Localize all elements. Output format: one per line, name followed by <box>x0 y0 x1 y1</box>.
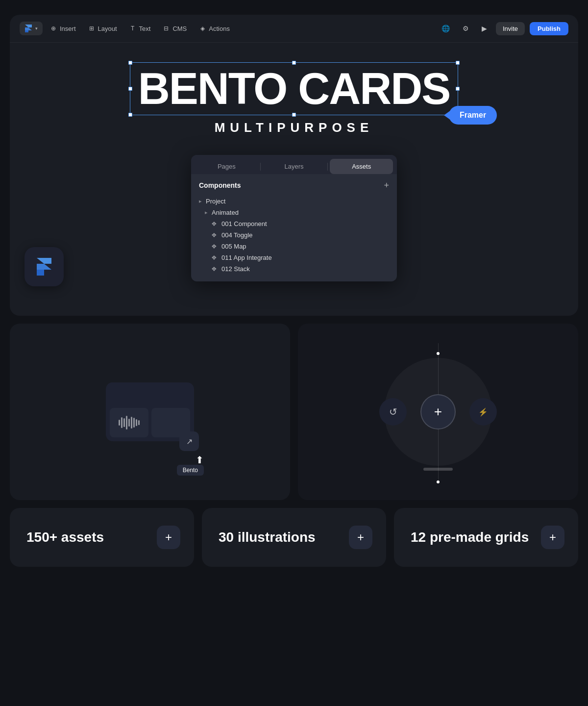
share-icon: ↗ <box>186 437 193 446</box>
tree-arrow-project: ▸ <box>199 198 202 204</box>
minus-bar <box>423 468 453 471</box>
wave-7 <box>133 418 135 428</box>
tree-item-004[interactable]: ❖ 004 Toggle <box>211 229 389 241</box>
stat-card-grids: 12 pre-made grids + <box>394 508 578 567</box>
canvas-area: BENTO CARDS Framer MULTIPURPOSE Pages La… <box>10 43 578 301</box>
illustrations-add-button[interactable]: + <box>349 526 372 549</box>
insert-button[interactable]: ⊕ Insert <box>45 22 81 35</box>
play-button[interactable]: ▶ <box>478 22 491 35</box>
stat-card-assets: 150+ assets + <box>10 508 194 567</box>
multipurpose-text: MULTIPURPOSE <box>215 120 374 135</box>
framer-icon-card <box>24 247 64 286</box>
globe-button[interactable]: 🌐 <box>438 22 454 35</box>
text-icon: T <box>129 25 137 32</box>
plus-center-icon: + <box>434 404 442 420</box>
audio-waves <box>119 415 140 430</box>
layout-button[interactable]: ⊞ Layout <box>83 22 122 35</box>
tree-item-012[interactable]: ❖ 012 Stack <box>211 263 389 275</box>
animated-label: Animated <box>212 209 239 216</box>
main-editor-card: ▾ ⊕ Insert ⊞ Layout T Text ⊟ CMS ◈ Actio… <box>10 15 578 316</box>
tab-pages[interactable]: Pages <box>195 159 258 174</box>
toolbar-right: 🌐 ⚙ ▶ Invite Publish <box>438 22 568 35</box>
handle-tr <box>456 61 460 65</box>
cms-button[interactable]: ⊟ CMS <box>157 22 192 35</box>
framer-icon-inner <box>32 254 56 279</box>
framer-badge: Framer <box>449 106 497 125</box>
panel-section-header: Components + <box>199 181 389 190</box>
framer-small-icon: ⚡ <box>478 407 488 417</box>
wave-1 <box>119 420 120 426</box>
handle-bl <box>128 113 132 117</box>
grids-add-button[interactable]: + <box>541 526 564 549</box>
handle-lm <box>128 87 132 91</box>
text-label: Text <box>139 25 151 32</box>
components-add-button[interactable]: + <box>384 181 389 190</box>
component-icon-011: ❖ <box>211 254 218 261</box>
folder-file-audio <box>110 408 148 437</box>
dot-top <box>437 352 440 355</box>
bottom-row: 150+ assets + 30 illustrations + 12 pre-… <box>10 508 578 567</box>
wave-5 <box>128 419 130 427</box>
layout-icon: ⊞ <box>88 25 96 32</box>
tree-item-011[interactable]: ❖ 011 App Integrate <box>211 252 389 263</box>
grids-stat-label: 12 pre-made grids <box>411 530 529 545</box>
title-selection-box: BENTO CARDS Framer <box>130 62 458 115</box>
actions-label: Actions <box>209 25 230 32</box>
tree-project[interactable]: ▸ Project <box>199 196 389 207</box>
handle-rm <box>456 87 460 91</box>
cms-icon: ⊟ <box>162 25 170 32</box>
panel-body: Components + ▸ Project ▸ Animated ❖ <box>191 174 397 281</box>
insert-label: Insert <box>60 25 76 32</box>
toolbar: ▾ ⊕ Insert ⊞ Layout T Text ⊟ CMS ◈ Actio… <box>10 15 578 43</box>
panel-tabs: Pages Layers Assets <box>191 155 397 174</box>
wave-3 <box>123 418 125 427</box>
icon-replay: ↺ <box>379 398 407 426</box>
folder-tab <box>106 382 140 385</box>
wave-2 <box>121 417 122 428</box>
dot-bottom <box>437 480 440 483</box>
tree-item-005[interactable]: ❖ 005 Map <box>211 241 389 252</box>
component-icon-004: ❖ <box>211 232 218 239</box>
assets-add-button[interactable]: + <box>157 526 180 549</box>
icon-center-add: + <box>420 394 456 429</box>
item-001-label: 001 Component <box>221 220 267 227</box>
insert-icon: ⊕ <box>49 25 57 32</box>
tree-arrow-animated: ▸ <box>205 209 208 216</box>
stat-card-illustrations: 30 illustrations + <box>202 508 386 567</box>
framer-logo-button[interactable]: ▾ <box>20 22 43 35</box>
icon-framer: ⚡ <box>469 398 497 426</box>
item-004-label: 004 Toggle <box>221 231 252 239</box>
replay-icon: ↺ <box>389 406 397 418</box>
component-icon-001: ❖ <box>211 221 218 227</box>
framer-logo-icon <box>24 25 32 32</box>
invite-button[interactable]: Invite <box>496 22 525 35</box>
settings-button[interactable]: ⚙ <box>459 22 473 35</box>
bento-tooltip: Bento <box>177 465 204 476</box>
wave-9 <box>138 420 140 425</box>
tree-animated[interactable]: ▸ Animated <box>205 207 389 218</box>
tab-divider-2 <box>327 163 328 171</box>
tree-item-001[interactable]: ❖ 001 Component <box>211 218 389 229</box>
folder-container: ↗ ⬆ Bento <box>106 382 194 441</box>
tab-assets[interactable]: Assets <box>330 159 393 174</box>
layout-label: Layout <box>98 25 117 32</box>
item-005-label: 005 Map <box>221 243 246 250</box>
item-011-label: 011 App Integrate <box>221 254 272 261</box>
layers-panel: Pages Layers Assets Components + ▸ Pr <box>191 155 397 281</box>
publish-button[interactable]: Publish <box>530 22 568 35</box>
tab-layers[interactable]: Layers <box>263 159 326 174</box>
cms-label: CMS <box>172 25 187 32</box>
project-label: Project <box>206 198 225 205</box>
wave-6 <box>131 417 132 429</box>
text-button[interactable]: T Text <box>124 22 156 35</box>
share-overlay: ↗ <box>179 431 199 451</box>
handle-tl <box>128 61 132 65</box>
cursor-icon: ⬆ <box>196 454 204 466</box>
handle-tm <box>292 61 296 65</box>
middle-row: ↗ ⬆ Bento ↺ 🍎 + 𝕏 <box>10 324 578 500</box>
tab-divider-1 <box>260 163 261 171</box>
illustrations-stat-label: 30 illustrations <box>219 530 316 545</box>
handle-bm <box>292 113 296 117</box>
component-icon-005: ❖ <box>211 243 218 250</box>
actions-button[interactable]: ◈ Actions <box>194 22 235 35</box>
